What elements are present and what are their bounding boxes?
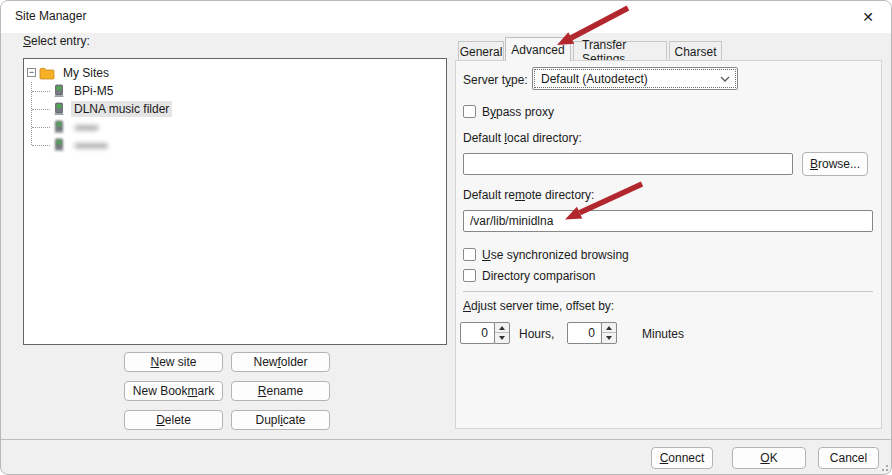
adjust-server-time-label: Adjust server time, offset by: [463, 299, 614, 313]
minutes-stepper[interactable] [601, 322, 617, 344]
tree-item-label: ●●●●●●● [71, 138, 110, 152]
close-icon: ✕ [862, 9, 874, 25]
tree-collapse-icon[interactable]: − [27, 68, 36, 77]
tab-transfer-settings[interactable]: Transfer Settings [573, 41, 667, 61]
folder-icon [39, 67, 55, 80]
tree-item-redacted-2[interactable]: ●●●●●●● [52, 136, 110, 154]
tab-charset[interactable]: Charset [669, 41, 722, 61]
chevron-down-icon [720, 76, 730, 82]
server-icon [52, 102, 66, 116]
stepper-up-icon[interactable] [495, 323, 509, 333]
minutes-input[interactable] [567, 322, 602, 344]
stepper-down-icon[interactable] [495, 333, 509, 343]
new-site-button[interactable]: New site [124, 352, 223, 372]
site-manager-dialog: Site Manager ✕ Select entry: − My Sites … [0, 0, 892, 475]
tree-connector-stub [32, 109, 50, 110]
tree-item-redacted-1[interactable]: ●●●●● [52, 118, 100, 136]
footer-divider [1, 439, 891, 440]
tree-item-label-selected: DLNA music filder [71, 101, 172, 117]
rename-button[interactable]: Rename [231, 381, 330, 401]
section-divider [463, 291, 873, 292]
tab-general[interactable]: General [458, 41, 504, 61]
stepper-up-icon[interactable] [602, 323, 616, 333]
site-tree[interactable]: − My Sites BPi-M5 DLNA music filder [23, 58, 447, 345]
tree-connector-stub [32, 91, 50, 92]
server-type-value: Default (Autodetect) [541, 72, 648, 86]
bypass-proxy-label: Bypass proxy [482, 105, 554, 119]
minutes-label: Minutes [642, 327, 684, 341]
hours-stepper[interactable] [494, 322, 510, 344]
new-bookmark-button[interactable]: New Bookmark [124, 381, 223, 401]
hours-label: Hours, [519, 327, 554, 341]
default-remote-directory-label: Default remote directory: [463, 188, 594, 202]
tree-item-bpi-m5[interactable]: BPi-M5 [52, 82, 116, 100]
select-entry-label: Select entry: [23, 34, 90, 48]
tree-item-label: ●●●●● [71, 120, 100, 134]
server-icon [52, 84, 66, 98]
synchronized-browsing-label: Use synchronized browsing [482, 248, 629, 262]
server-icon [52, 120, 66, 134]
tree-connector-stub [32, 145, 50, 146]
bypass-proxy-checkbox[interactable] [463, 105, 476, 118]
hours-input[interactable] [460, 322, 495, 344]
close-button[interactable]: ✕ [845, 1, 891, 33]
tree-item-dlna-music-filder[interactable]: DLNA music filder [52, 100, 172, 118]
default-local-directory-label: Default local directory: [463, 131, 582, 145]
synchronized-browsing-checkbox[interactable] [463, 248, 476, 261]
new-folder-button[interactable]: New folder [231, 352, 330, 372]
ok-button[interactable]: OK [732, 447, 806, 469]
server-icon [52, 138, 66, 152]
tree-item-my-sites[interactable]: My Sites [39, 64, 112, 82]
cancel-button[interactable]: Cancel [818, 447, 879, 469]
titlebar: Site Manager ✕ [1, 1, 891, 33]
duplicate-button[interactable]: Duplicate [231, 410, 330, 430]
directory-comparison-checkbox[interactable] [463, 269, 476, 282]
tab-advanced[interactable]: Advanced [505, 37, 571, 61]
window-title: Site Manager [15, 9, 86, 23]
server-type-dropdown[interactable]: Default (Autodetect) [532, 67, 738, 90]
tree-item-label: My Sites [60, 65, 112, 81]
tree-item-label: BPi-M5 [71, 83, 116, 99]
browse-button[interactable]: Browse... [802, 152, 868, 176]
stepper-down-icon[interactable] [602, 333, 616, 343]
tree-connector-stub [32, 127, 50, 128]
directory-comparison-label: Directory comparison [482, 269, 595, 283]
resize-grip[interactable] [878, 461, 888, 471]
connect-button[interactable]: Connect [651, 447, 713, 469]
remote-directory-input[interactable] [463, 210, 873, 232]
local-directory-input[interactable] [463, 153, 793, 175]
delete-button[interactable]: Delete [124, 410, 223, 430]
server-type-label: Server type: [463, 73, 528, 87]
